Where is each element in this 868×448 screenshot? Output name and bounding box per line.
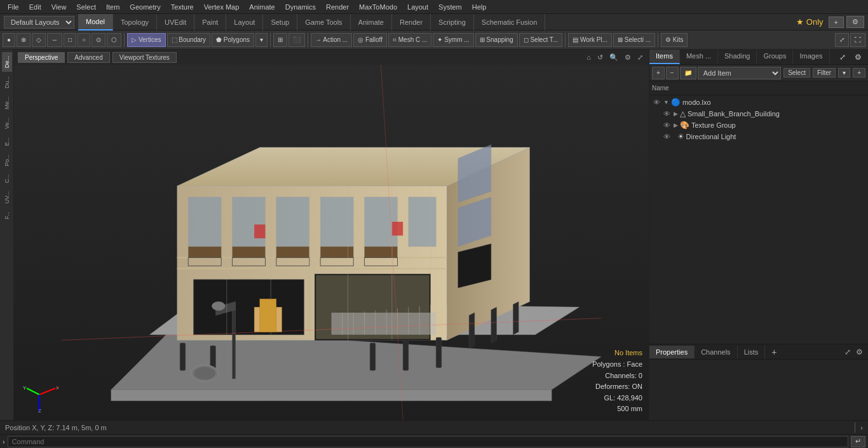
workplane-btn[interactable]: ▤ Work Pl... [568, 33, 612, 47]
panel-tab-items[interactable]: Items [649, 50, 680, 64]
layout-select[interactable]: Default Layouts [4, 16, 74, 29]
sidebar-tab-de[interactable]: De... [2, 52, 12, 72]
menu-select[interactable]: Select [71, 2, 101, 12]
status-arrow[interactable]: › [860, 424, 863, 431]
viewport-3d[interactable]: No Items Polygons : Face Channels: 0 Def… [14, 65, 649, 420]
vp-tab-perspective[interactable]: Perspective [18, 52, 65, 63]
selection-btn[interactable]: ⊠ Selecti ... [613, 33, 655, 47]
items-tree[interactable]: 👁 ▼ 🔵 modo.lxo 👁 ▶ △ Small_Bank_Branch_B… [649, 95, 868, 344]
sidebar-tab-po[interactable]: Po... [2, 151, 12, 170]
sidebar-tab-c[interactable]: C... [2, 170, 12, 187]
menu-system[interactable]: System [433, 2, 467, 12]
menu-item[interactable]: Item [101, 2, 125, 12]
tab-setup[interactable]: Setup [263, 14, 297, 31]
sidebar-tab-uv[interactable]: UV... [2, 187, 12, 207]
display-btn[interactable]: ⬛ [288, 33, 305, 47]
snapping-btn[interactable]: ⊞ Snapping [475, 33, 518, 47]
tree-item-texture[interactable]: 👁 ▶ 🎨 Texture Group [651, 119, 867, 131]
eye-icon-root[interactable]: 👁 [653, 98, 660, 106]
tab-game-tools[interactable]: Game Tools [297, 14, 351, 31]
panel-settings-btn[interactable]: ⚙ [851, 51, 865, 64]
menu-view[interactable]: View [46, 2, 72, 12]
maximize-btn[interactable]: ⛶ [850, 33, 865, 47]
menu-file[interactable]: File [3, 2, 24, 12]
hex-btn[interactable]: ⬡ [107, 33, 121, 47]
add-layout-btn[interactable]: + [829, 17, 844, 28]
sphere-btn[interactable]: ⊙ [92, 33, 105, 47]
vertices-btn[interactable]: ▷ Vertices [127, 33, 165, 47]
vp-tab-textures[interactable]: Viewport Textures [112, 52, 177, 63]
command-arrow[interactable]: › [3, 438, 5, 445]
viewport-area[interactable]: Perspective Advanced Viewport Textures ⌂… [14, 50, 649, 420]
tab-paint[interactable]: Paint [194, 14, 226, 31]
select-t-btn[interactable]: ◻ Select T... [519, 33, 563, 47]
prop-add-btn[interactable]: + [766, 346, 782, 358]
panel-tab-mesh[interactable]: Mesh ... [680, 50, 718, 64]
items-toolbar-folder[interactable]: 📁 [680, 67, 696, 79]
menu-dynamics[interactable]: Dynamics [280, 2, 321, 12]
prop-tab-lists[interactable]: Lists [738, 346, 766, 358]
menu-geometry[interactable]: Geometry [125, 2, 165, 12]
tab-model[interactable]: Model [78, 14, 113, 31]
vp-icon-settings[interactable]: ⚙ [623, 53, 633, 62]
tab-schematic-fusion[interactable]: Schematic Fusion [474, 14, 545, 31]
circle-btn[interactable]: ○ [78, 33, 90, 47]
eye-icon-mesh[interactable]: 👁 [663, 110, 670, 118]
command-input[interactable] [8, 436, 848, 447]
prop-tab-properties[interactable]: Properties [649, 346, 695, 358]
boundary-btn[interactable]: ⬚ Boundary [167, 33, 211, 47]
menu-animate[interactable]: Animate [244, 2, 280, 12]
snap-shape-btn[interactable]: ◇ [32, 33, 46, 47]
tree-item-mesh[interactable]: 👁 ▶ △ Small_Bank_Branch_Building [651, 108, 867, 119]
sidebar-tab-e[interactable]: E... [2, 133, 12, 150]
menu-maxtomodo[interactable]: MaxToModo [354, 2, 402, 12]
command-enter-btn[interactable]: ↵ [851, 436, 865, 447]
tab-animate[interactable]: Animate [351, 14, 392, 31]
eye-icon-light[interactable]: 👁 [663, 133, 670, 140]
action-btn[interactable]: → Action ... [311, 33, 352, 47]
symm-btn[interactable]: ✦ Symm ... [433, 33, 473, 47]
prop-expand-icon[interactable]: ⤢ [843, 346, 852, 358]
panel-expand-btn[interactable]: ⤢ [836, 51, 850, 64]
items-filter-btn[interactable]: Filter [813, 68, 836, 78]
vp-icon-home[interactable]: ⌂ [585, 53, 593, 62]
add-item-select[interactable]: Add Item [698, 67, 781, 79]
tab-scripting[interactable]: Scripting [431, 14, 474, 31]
origin-btn[interactable]: ⊕ [17, 33, 31, 47]
tab-uvedit[interactable]: UVEdit [157, 14, 194, 31]
sidebar-tab-ve[interactable]: Ve... [2, 114, 12, 133]
grid-display-btn[interactable]: ⊞ [273, 33, 287, 47]
menu-vertex-map[interactable]: Vertex Map [199, 2, 245, 12]
vp-icon-zoom[interactable]: 🔍 [607, 53, 620, 62]
transform-btn[interactable]: ↔ [47, 33, 62, 47]
kits-btn[interactable]: ⚙ Kits [661, 33, 688, 47]
menu-help[interactable]: Help [467, 2, 492, 12]
sidebar-tab-du[interactable]: Du... [2, 72, 12, 92]
tree-item-light[interactable]: 👁 ☀ Directional Light [651, 131, 867, 142]
layout-options-btn[interactable]: ⚙ [846, 16, 864, 28]
menu-render[interactable]: Render [321, 2, 354, 12]
box-btn[interactable]: □ [64, 33, 76, 47]
tab-layout[interactable]: Layout [226, 14, 263, 31]
tree-item-root[interactable]: 👁 ▼ 🔵 modo.lxo [651, 97, 867, 108]
mode-toggle-btn[interactable]: ● [3, 33, 15, 47]
eye-icon-texture[interactable]: 👁 [663, 121, 670, 129]
falloff-btn[interactable]: ◎ Falloff [353, 33, 387, 47]
vp-icon-expand[interactable]: ⤢ [635, 53, 645, 62]
menu-texture[interactable]: Texture [166, 2, 199, 12]
prop-tab-channels[interactable]: Channels [695, 346, 737, 358]
star-button[interactable]: ★ Only [794, 16, 825, 28]
polygons-btn[interactable]: ⬟ Polygons [212, 33, 254, 47]
sidebar-tab-f[interactable]: F... [2, 208, 12, 223]
fit-btn[interactable]: ⤢ [835, 33, 849, 47]
items-select-btn[interactable]: Select [783, 68, 810, 78]
vp-tab-advanced[interactable]: Advanced [67, 52, 109, 63]
vp-icon-rotate[interactable]: ↺ [595, 53, 605, 62]
tab-topology[interactable]: Topology [113, 14, 157, 31]
mesh-btn[interactable]: ⌗ Mesh C ... [388, 33, 431, 47]
prop-settings-icon[interactable]: ⚙ [855, 346, 864, 358]
panel-tab-groups[interactable]: Groups [757, 50, 793, 64]
panel-tab-images[interactable]: Images [793, 50, 829, 64]
items-col-options-btn[interactable]: ▾ [838, 68, 850, 78]
items-toolbar-minus[interactable]: − [666, 67, 679, 79]
